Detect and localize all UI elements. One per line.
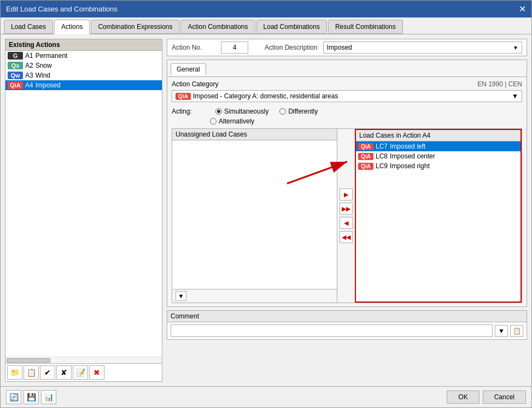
alternatively-row: Alternatively: [167, 117, 527, 128]
move-left-all-button[interactable]: ◀◀: [340, 231, 353, 243]
lc7-badge: QiA: [358, 143, 373, 150]
badge-qw: Qw: [8, 72, 23, 79]
action-no-value: 4: [221, 42, 248, 54]
action-desc-label: Action Description: [265, 44, 318, 51]
comment-input[interactable]: [171, 324, 493, 337]
footer-toolbar: 🔄 💾 📊: [6, 390, 56, 404]
confirm-button[interactable]: ✔: [40, 365, 55, 380]
lc8-id: LC8: [376, 152, 388, 160]
move-right-button[interactable]: ▶: [340, 188, 353, 200]
assigned-panel: Load Cases in Action A4 QiA LC7 Imposed …: [355, 129, 522, 303]
lc-row-lc8[interactable]: QiA LC8 Imposed center: [356, 151, 521, 161]
general-tab-bar: General: [167, 60, 527, 77]
footer: 🔄 💾 📊 OK Cancel: [1, 386, 531, 407]
arrow-buttons-column: ▶ ▶▶ ◀ ◀◀: [337, 129, 355, 303]
unassigned-header: Unassigned Load Cases: [172, 129, 337, 140]
unassigned-panel: Unassigned Load Cases ▼: [172, 129, 337, 303]
category-badge: QiA: [176, 93, 191, 100]
tab-actions[interactable]: Actions: [54, 20, 90, 34]
footer-btn-2[interactable]: 💾: [24, 390, 39, 404]
footer-btn-1[interactable]: 🔄: [6, 390, 21, 404]
comment-header: Comment: [167, 311, 527, 322]
assigned-list: QiA LC7 Imposed left QiA LC8 Imposed cen…: [356, 141, 521, 301]
lc9-name: Imposed right: [390, 162, 518, 170]
action-row-a4[interactable]: QiA A4 Imposed: [5, 80, 162, 90]
general-tab-container: General Action Category EN 1990 | CEN Qi…: [167, 60, 527, 307]
radio-differently-dot: [279, 108, 286, 115]
radio-alternatively-label: Alternatively: [219, 117, 254, 125]
lc8-badge: QiA: [358, 153, 373, 160]
action-id-a1: A1: [25, 52, 33, 60]
comment-dropdown-button[interactable]: ▼: [495, 325, 508, 337]
tab-result-combinations[interactable]: Result Combinations: [328, 20, 403, 34]
comment-section: Comment ▼ 📋: [167, 310, 527, 340]
category-value: Imposed - Category A: domestic, resident…: [193, 92, 338, 100]
action-name-a4: Imposed: [36, 81, 61, 89]
comment-input-row: ▼ 📋: [167, 322, 527, 339]
edit-button[interactable]: 📝: [73, 365, 88, 380]
add-action-button[interactable]: 📁: [7, 365, 22, 380]
action-row-a1[interactable]: G A1 Permanent: [5, 51, 162, 61]
existing-actions-header: Existing Actions: [5, 39, 162, 51]
unassigned-list: [172, 140, 337, 289]
cases-area: Unassigned Load Cases ▼ ▶ ▶▶ ◀ ◀◀: [172, 128, 522, 303]
category-dropdown[interactable]: QiA Imposed - Category A: domestic, resi…: [172, 90, 522, 102]
radio-alternatively[interactable]: Alternatively: [210, 117, 522, 125]
reject-button[interactable]: ✘: [56, 365, 72, 380]
tab-bar: Load Cases Actions Combination Expressio…: [1, 17, 531, 34]
cancel-button[interactable]: Cancel: [483, 391, 526, 404]
action-category-section: Action Category EN 1990 | CEN QiA Impose…: [167, 77, 527, 105]
radio-simultaneously[interactable]: Simultaneously: [215, 108, 268, 115]
delete-button[interactable]: ✖: [89, 365, 104, 380]
action-name-a1: Permanent: [36, 52, 68, 60]
action-desc-dropdown[interactable]: Imposed ▼: [323, 42, 522, 54]
action-header-section: Action No. 4 Action Description Imposed …: [167, 39, 527, 56]
action-id-a3: A3: [25, 72, 33, 79]
window-title: Edit Load Cases and Combinations: [6, 5, 118, 13]
ok-button[interactable]: OK: [447, 391, 479, 404]
category-chevron-icon: ▼: [512, 92, 518, 100]
lc9-id: LC9: [376, 162, 388, 170]
assigned-header: Load Cases in Action A4: [356, 130, 521, 141]
action-name-a3: Wind: [36, 72, 50, 79]
existing-actions-list: G A1 Permanent Qs A2 Snow Qw A3 Wind: [5, 51, 162, 357]
filter-button[interactable]: ▼: [176, 291, 186, 301]
badge-qia-a4: QiA: [8, 81, 23, 89]
content-area: Existing Actions G A1 Permanent Qs A2 Sn…: [1, 34, 531, 386]
lc-row-lc9[interactable]: QiA LC9 Imposed right: [356, 161, 521, 171]
scroll-thumb[interactable]: [7, 358, 50, 363]
lc7-name: Imposed left: [390, 143, 518, 150]
acting-label: Acting:: [172, 108, 204, 115]
action-row-a3[interactable]: Qw A3 Wind: [5, 70, 162, 80]
copy-action-button[interactable]: 📋: [24, 365, 39, 380]
badge-g: G: [8, 52, 23, 60]
left-scroll-bar[interactable]: [5, 357, 162, 363]
footer-btn-3[interactable]: 📊: [41, 390, 56, 404]
left-panel-toolbar: 📁 📋 ✔ ✘ 📝 ✖: [5, 363, 162, 381]
category-value-container: QiA Imposed - Category A: domestic, resi…: [176, 92, 338, 100]
general-tab[interactable]: General: [171, 63, 206, 75]
radio-alternatively-dot: [210, 118, 217, 125]
badge-qs: Qs: [8, 62, 23, 69]
action-id-a4: A4: [25, 81, 33, 89]
move-right-all-button[interactable]: ▶▶: [340, 203, 353, 215]
category-label: Action Category: [172, 80, 218, 88]
action-row-a2[interactable]: Qs A2 Snow: [5, 61, 162, 70]
right-panel: Action No. 4 Action Description Imposed …: [167, 39, 527, 382]
radio-differently[interactable]: Differently: [279, 108, 318, 115]
footer-actions: OK Cancel: [447, 391, 526, 404]
filter-row: ▼: [172, 289, 337, 303]
tab-load-combinations[interactable]: Load Combinations: [256, 20, 327, 34]
chevron-down-icon: ▼: [513, 45, 518, 51]
lc-row-lc7[interactable]: QiA LC7 Imposed left: [356, 141, 521, 151]
action-name-a2: Snow: [36, 62, 52, 69]
move-left-button[interactable]: ◀: [340, 217, 353, 229]
tab-combination-expressions[interactable]: Combination Expressions: [91, 20, 179, 34]
action-no-label: Action No.: [172, 44, 215, 51]
tab-load-cases[interactable]: Load Cases: [4, 20, 53, 34]
close-button[interactable]: ✕: [519, 4, 526, 14]
lc7-id: LC7: [376, 143, 388, 150]
lc8-name: Imposed center: [390, 152, 518, 160]
comment-action-button[interactable]: 📋: [510, 325, 523, 337]
tab-action-combinations[interactable]: Action Combinations: [180, 20, 255, 34]
